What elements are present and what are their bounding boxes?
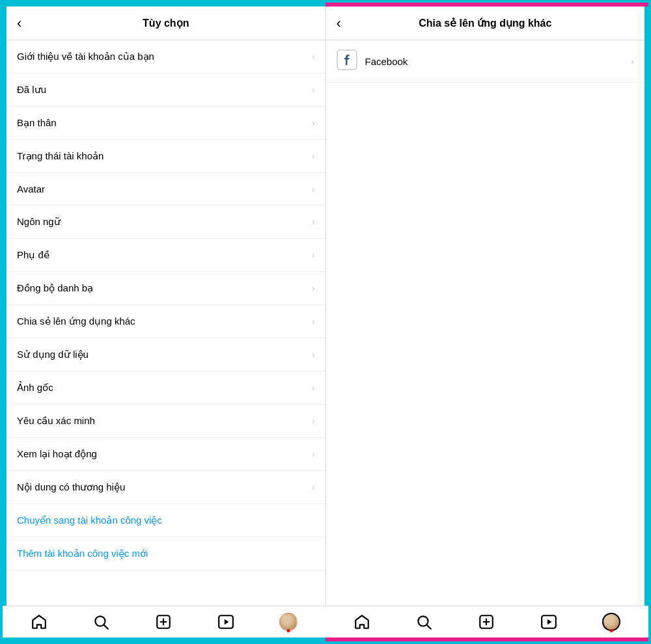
menu-item-label: Chuyển sang tài khoản công việc <box>17 515 162 526</box>
menu-item-label: Yêu cầu xác minh <box>17 415 95 427</box>
left-reels-icon[interactable] <box>217 613 234 630</box>
menu-item[interactable]: Giới thiệu về tài khoản của bạn› <box>7 40 326 74</box>
left-panel-header: ‹ Tùy chọn <box>7 7 326 40</box>
menu-item[interactable]: Chia sẻ lên ứng dụng khác› <box>7 305 326 338</box>
menu-item-label: Chia sẻ lên ứng dụng khác <box>17 315 135 327</box>
menu-item-label: Giới thiệu về tài khoản của bạn <box>17 51 154 62</box>
chevron-right-icon: › <box>312 316 315 327</box>
menu-item-label: Sử dụng dữ liệu <box>17 349 89 360</box>
left-bottom-nav <box>3 606 326 637</box>
menu-list: Giới thiệu về tài khoản của bạn›Đã lưu›B… <box>7 40 326 606</box>
menu-item[interactable]: Bạn thân› <box>7 107 326 140</box>
left-profile-icon[interactable] <box>279 613 298 631</box>
menu-item[interactable]: Thêm tài khoản công việc mới <box>7 537 326 570</box>
right-back-button[interactable]: ‹ <box>337 15 341 32</box>
menu-item[interactable]: Đã lưu› <box>7 74 326 107</box>
chevron-right-icon: › <box>312 382 315 393</box>
share-list: Facebook› <box>326 40 645 606</box>
left-search-icon[interactable] <box>92 613 109 630</box>
menu-item-label: Ảnh gốc <box>17 382 53 394</box>
right-home-icon[interactable] <box>353 613 370 630</box>
chevron-right-icon: › <box>312 51 315 62</box>
right-profile-icon[interactable] <box>602 613 620 631</box>
share-item[interactable]: Facebook› <box>326 40 645 83</box>
chevron-right-icon: › <box>312 217 315 227</box>
chevron-right-icon: › <box>312 482 315 492</box>
svg-line-9 <box>427 625 431 629</box>
menu-item-label: Nội dung có thương hiệu <box>17 481 125 493</box>
menu-item[interactable]: Sử dụng dữ liệu› <box>7 338 326 371</box>
menu-item[interactable]: Phụ đề› <box>7 239 326 272</box>
menu-item[interactable]: Avatar› <box>7 173 326 206</box>
menu-item-label: Phụ đề <box>17 249 49 261</box>
facebook-icon <box>337 49 357 73</box>
menu-item[interactable]: Ngôn ngữ› <box>7 206 326 239</box>
menu-item[interactable]: Ảnh gốc› <box>7 371 326 405</box>
menu-item-label: Bạn thân <box>17 117 57 129</box>
right-panel-header: ‹ Chia sẻ lên ứng dụng khác <box>326 7 645 40</box>
chevron-right-icon: › <box>312 349 315 360</box>
menu-item[interactable]: Chuyển sang tài khoản công việc <box>7 504 326 537</box>
right-panel: ‹ Chia sẻ lên ứng dụng khác Facebook› <box>326 7 645 606</box>
menu-item-label: Ngôn ngữ <box>17 216 61 228</box>
menu-item-label: Thêm tài khoản công việc mới <box>17 548 148 559</box>
chevron-right-icon: › <box>312 184 315 195</box>
svg-marker-7 <box>224 619 229 625</box>
menu-item[interactable]: Yêu cầu xác minh› <box>7 405 326 438</box>
menu-item[interactable]: Nội dung có thương hiệu› <box>7 471 326 504</box>
right-panel-title: Chia sẻ lên ứng dụng khác <box>419 17 551 29</box>
chevron-right-icon: › <box>312 250 315 260</box>
menu-item[interactable]: Xem lại hoạt động› <box>7 438 326 471</box>
svg-marker-14 <box>547 619 551 625</box>
right-bottom-nav <box>326 606 648 637</box>
menu-item[interactable]: Trạng thái tài khoản› <box>7 140 326 173</box>
chevron-right-icon: › <box>312 118 315 128</box>
bottom-nav-wrapper <box>3 606 648 637</box>
share-item-label: Facebook <box>365 56 631 67</box>
chevron-right-icon: › <box>312 85 315 95</box>
svg-line-2 <box>104 625 108 629</box>
right-add-icon[interactable] <box>478 613 495 630</box>
right-reels-icon[interactable] <box>540 613 557 630</box>
menu-item[interactable]: Đồng bộ danh bạ› <box>7 272 326 305</box>
menu-item-label: Xem lại hoạt động <box>17 448 97 460</box>
chevron-right-icon: › <box>312 449 315 459</box>
left-add-icon[interactable] <box>155 613 172 630</box>
chevron-right-icon: › <box>312 151 315 161</box>
left-back-button[interactable]: ‹ <box>17 15 21 32</box>
left-panel-title: Tùy chọn <box>143 17 189 29</box>
menu-item-label: Đã lưu <box>17 84 46 96</box>
menu-item-label: Trạng thái tài khoản <box>17 150 104 162</box>
left-home-icon[interactable] <box>31 613 48 630</box>
left-panel: ‹ Tùy chọn Giới thiệu về tài khoản của b… <box>7 7 326 606</box>
chevron-right-icon: › <box>312 416 315 426</box>
menu-item-label: Avatar <box>17 183 45 195</box>
chevron-right-icon: › <box>312 283 315 293</box>
bottom-accent-bar <box>3 637 648 641</box>
menu-item-label: Đồng bộ danh bạ <box>17 282 93 294</box>
chevron-right-icon: › <box>631 56 634 66</box>
right-accent-bar <box>644 7 648 606</box>
right-search-icon[interactable] <box>415 613 432 630</box>
